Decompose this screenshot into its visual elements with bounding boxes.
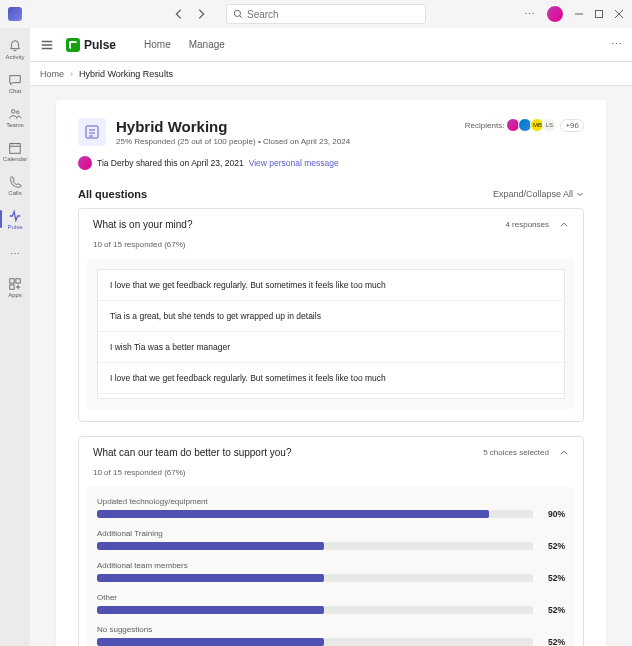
rail-calendar[interactable]: Calendar — [0, 136, 30, 166]
choice-row: Updated technology/equipment90% — [97, 497, 565, 519]
choice-label: Updated technology/equipment — [97, 497, 565, 506]
breadcrumb-home[interactable]: Home — [40, 69, 64, 79]
bar-track — [97, 574, 533, 582]
response-item: Tia is a great, but she tends to get wra… — [98, 301, 564, 332]
rail-chat[interactable]: Chat — [0, 68, 30, 98]
bar-track — [97, 542, 533, 550]
bar-track — [97, 638, 533, 646]
choice-label: Additional team members — [97, 561, 565, 570]
chevron-right-icon: › — [70, 69, 73, 79]
survey-title: Hybrid Working — [116, 118, 350, 135]
response-list[interactable]: I love that we get feedback regularly. B… — [97, 269, 565, 399]
svg-rect-6 — [16, 278, 20, 282]
choice-label: Additional Training — [97, 529, 565, 538]
recipient-more[interactable]: +96 — [560, 119, 584, 132]
titlebar: ⋯ — [0, 0, 632, 28]
search-input[interactable] — [226, 4, 426, 24]
svg-rect-7 — [10, 284, 14, 288]
bar-track — [97, 510, 533, 518]
question-header[interactable]: What can our team do better to support y… — [79, 437, 583, 468]
svg-point-0 — [234, 10, 240, 16]
bar-track — [97, 606, 533, 614]
phone-icon — [8, 175, 22, 189]
svg-rect-1 — [596, 11, 603, 18]
bar-fill — [97, 638, 324, 646]
nav-forward-button[interactable] — [192, 5, 210, 23]
hamburger-icon[interactable] — [40, 38, 54, 52]
expand-collapse-all-button[interactable]: Expand/Collapse All — [493, 189, 584, 199]
bar-fill — [97, 510, 489, 518]
section-title: All questions — [78, 188, 147, 200]
response-item: I love that we get feedback regularly. B… — [98, 270, 564, 301]
svg-point-2 — [12, 109, 16, 113]
survey-card: Hybrid Working 25% Responded (25 out of … — [56, 100, 606, 646]
svg-point-3 — [16, 110, 19, 113]
choice-row: Additional team members52% — [97, 561, 565, 583]
question-card: What is on your mind? 4 responses 10 of … — [78, 208, 584, 422]
chevron-down-icon — [576, 190, 584, 198]
svg-rect-4 — [10, 143, 21, 153]
bar-percent: 90% — [541, 509, 565, 519]
recipient-avatar[interactable]: LS — [542, 118, 556, 132]
survey-meta: 25% Responded (25 out of 100 people) • C… — [116, 137, 350, 146]
choice-label: Other — [97, 593, 565, 602]
bar-fill — [97, 606, 324, 614]
question-substats: 10 of 15 responded (67%) — [79, 468, 583, 487]
main-scroll[interactable]: Hybrid Working 25% Responded (25 out of … — [30, 86, 632, 646]
window-close-button[interactable] — [614, 9, 624, 19]
tab-home[interactable]: Home — [144, 31, 171, 58]
app-logo-icon — [8, 7, 22, 21]
pulse-icon — [8, 209, 22, 223]
response-item: I love that we get feedback regularly. B… — [98, 363, 564, 394]
bar-fill — [97, 574, 324, 582]
rail-teams[interactable]: Teams — [0, 102, 30, 132]
header-more-button[interactable]: ⋯ — [611, 38, 622, 51]
user-avatar[interactable] — [546, 5, 564, 23]
bar-percent: 52% — [541, 541, 565, 551]
apps-icon — [8, 277, 22, 291]
left-rail: Activity Chat Teams Calendar Calls Pulse… — [0, 28, 30, 646]
chevron-up-icon — [559, 448, 569, 458]
choice-row: Additional Training52% — [97, 529, 565, 551]
recipients: Recipients: MB LS +96 — [465, 118, 584, 132]
search-icon — [233, 9, 243, 19]
question-card: What can our team do better to support y… — [78, 436, 584, 646]
bell-icon — [8, 39, 22, 53]
question-header[interactable]: What is on your mind? 4 responses — [79, 209, 583, 240]
rail-more[interactable]: ⋯ — [0, 238, 30, 268]
calendar-icon — [8, 141, 22, 155]
window-maximize-button[interactable] — [594, 9, 604, 19]
titlebar-more-button[interactable]: ⋯ — [524, 8, 536, 21]
response-item: I wish Tia was a better manager — [98, 332, 564, 363]
bar-percent: 52% — [541, 605, 565, 615]
more-icon: ⋯ — [10, 248, 20, 259]
rail-apps[interactable]: Apps — [0, 272, 30, 302]
rail-pulse[interactable]: Pulse — [0, 204, 30, 234]
rail-activity[interactable]: Activity — [0, 34, 30, 64]
choice-label: No suggestions — [97, 625, 565, 634]
pulse-app-icon — [66, 38, 80, 52]
pulse-logo: Pulse — [66, 38, 116, 52]
rail-calls[interactable]: Calls — [0, 170, 30, 200]
chevron-up-icon — [559, 220, 569, 230]
shared-text: Tia Derby shared this on April 23, 2021 — [97, 158, 244, 168]
sharer-avatar — [78, 156, 92, 170]
people-icon — [8, 107, 22, 121]
tab-manage[interactable]: Manage — [189, 31, 225, 58]
bar-fill — [97, 542, 324, 550]
window-minimize-button[interactable] — [574, 9, 584, 19]
app-header: Pulse Home Manage ⋯ — [30, 28, 632, 62]
survey-icon — [78, 118, 106, 146]
svg-rect-5 — [10, 278, 14, 282]
question-substats: 10 of 15 responded (67%) — [79, 240, 583, 259]
nav-back-button[interactable] — [170, 5, 188, 23]
bar-percent: 52% — [541, 573, 565, 583]
breadcrumb: Home › Hybrid Working Results — [30, 62, 632, 86]
chart-body: Updated technology/equipment90%Additiona… — [87, 487, 575, 646]
view-personal-message-link[interactable]: View personal message — [249, 158, 339, 168]
chat-icon — [8, 73, 22, 87]
choice-row: No suggestions52% — [97, 625, 565, 646]
response-item: Tia is a great, but she tends to get wra… — [98, 394, 564, 399]
choice-row: Other52% — [97, 593, 565, 615]
breadcrumb-current: Hybrid Working Results — [79, 69, 173, 79]
